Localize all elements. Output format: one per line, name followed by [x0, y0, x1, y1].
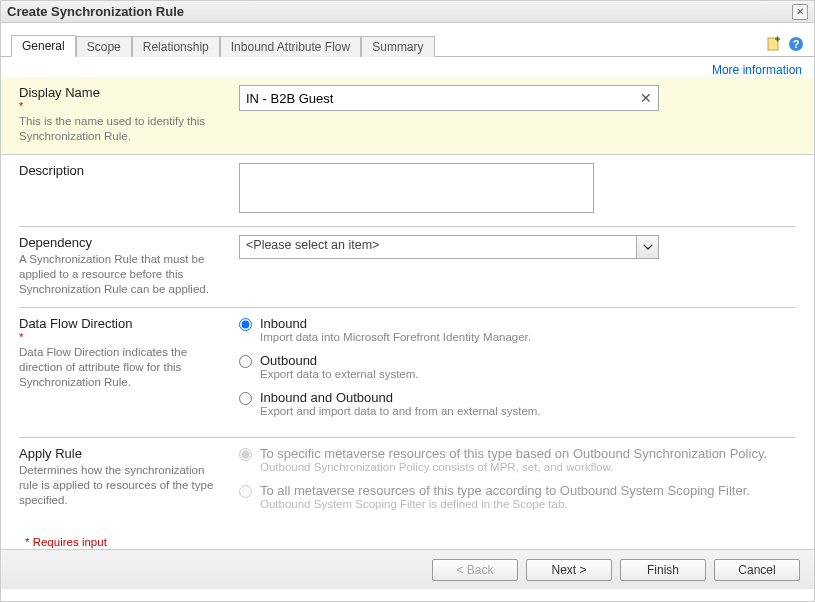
display-name-label: Display Name	[19, 85, 100, 100]
apply-filter-sub: Outbound System Scoping Filter is define…	[260, 498, 750, 510]
svg-text:?: ?	[793, 38, 800, 50]
display-name-input-wrap: ✕	[239, 85, 659, 111]
apply-radio-policy	[239, 448, 252, 461]
display-name-required: *	[19, 100, 219, 112]
finish-button[interactable]: Finish	[620, 559, 706, 581]
tab-strip: General Scope Relationship Inbound Attri…	[1, 23, 814, 57]
apply-rule-option-policy: To specific metaverse resources of this …	[239, 446, 796, 473]
tab-relationship[interactable]: Relationship	[132, 36, 220, 57]
flow-radio-inbound[interactable]	[239, 318, 252, 331]
flow-both-sub: Export and import data to and from an ex…	[260, 405, 541, 417]
flow-option-outbound[interactable]: Outbound Export data to external system.	[239, 353, 796, 380]
display-name-input[interactable]	[239, 85, 659, 111]
apply-filter-label: To all metaverse resources of this type …	[260, 483, 750, 498]
flow-required: *	[19, 331, 219, 343]
window-title: Create Synchronization Rule	[7, 4, 792, 19]
flow-outbound-sub: Export data to external system.	[260, 368, 419, 380]
apply-rule-label: Apply Rule	[19, 446, 82, 461]
chevron-down-icon	[636, 236, 658, 258]
flow-outbound-label: Outbound	[260, 353, 419, 368]
close-icon[interactable]: ✕	[792, 4, 808, 20]
help-icon[interactable]: ?	[788, 36, 804, 52]
more-info-link[interactable]: More information	[712, 63, 802, 77]
dependency-select[interactable]: <Please select an item>	[239, 235, 659, 259]
new-note-icon[interactable]	[766, 36, 782, 52]
form-body: Display Name * This is the name used to …	[1, 77, 814, 549]
tab-summary[interactable]: Summary	[361, 36, 434, 57]
flow-inbound-label: Inbound	[260, 316, 531, 331]
description-label: Description	[19, 163, 84, 178]
apply-rule-option-filter: To all metaverse resources of this type …	[239, 483, 796, 510]
flow-label: Data Flow Direction	[19, 316, 132, 331]
flow-option-inbound[interactable]: Inbound Import data into Microsoft Foref…	[239, 316, 796, 343]
flow-radio-outbound[interactable]	[239, 355, 252, 368]
back-button: < Back	[432, 559, 518, 581]
wizard-footer: < Back Next > Finish Cancel	[1, 549, 814, 589]
section-apply-rule: Apply Rule Determines how the synchroniz…	[19, 438, 796, 530]
flow-radio-both[interactable]	[239, 392, 252, 405]
flow-both-label: Inbound and Outbound	[260, 390, 541, 405]
description-input[interactable]	[239, 163, 594, 213]
window-titlebar: Create Synchronization Rule ✕	[1, 1, 814, 23]
flow-help: Data Flow Direction indicates the direct…	[19, 345, 219, 390]
section-dependency: Dependency A Synchronization Rule that m…	[19, 227, 796, 308]
section-display-name: Display Name * This is the name used to …	[1, 77, 814, 155]
clear-input-icon[interactable]: ✕	[637, 89, 655, 107]
apply-policy-sub: Outbound Synchronization Policy consists…	[260, 461, 767, 473]
requires-input-note: * Requires input	[19, 530, 796, 548]
tab-scope[interactable]: Scope	[76, 36, 132, 57]
display-name-help: This is the name used to identify this S…	[19, 114, 219, 144]
apply-policy-label: To specific metaverse resources of this …	[260, 446, 767, 461]
dependency-label: Dependency	[19, 235, 92, 250]
flow-option-both[interactable]: Inbound and Outbound Export and import d…	[239, 390, 796, 417]
dependency-select-value: <Please select an item>	[246, 238, 379, 252]
cancel-button[interactable]: Cancel	[714, 559, 800, 581]
section-description: Description	[19, 155, 796, 227]
apply-rule-help: Determines how the synchronization rule …	[19, 463, 219, 508]
tab-general[interactable]: General	[11, 35, 76, 57]
tab-inbound-attr-flow[interactable]: Inbound Attribute Flow	[220, 36, 361, 57]
more-info-row: More information	[1, 57, 814, 77]
next-button[interactable]: Next >	[526, 559, 612, 581]
apply-radio-filter	[239, 485, 252, 498]
section-flow: Data Flow Direction * Data Flow Directio…	[19, 308, 796, 438]
dependency-help: A Synchronization Rule that must be appl…	[19, 252, 219, 297]
flow-inbound-sub: Import data into Microsoft Forefront Ide…	[260, 331, 531, 343]
